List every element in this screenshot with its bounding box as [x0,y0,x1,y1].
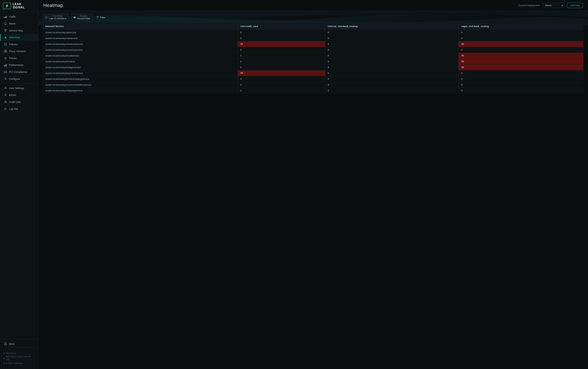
content-area: Time Range Last 15 minutes ▾ Grouping In… [38,11,588,369]
sidebar-item-alerts[interactable]: Alerts [0,20,38,27]
time-range-label: Time Range [49,15,66,17]
sidebar-item-docs[interactable]: Docs [0,340,38,347]
table-header: Inbound Service chd-credit_card internal… [43,23,584,30]
table-row: cluster.local/wesley/emailservice0675 [43,53,584,59]
cell-col1: 0 [238,88,325,94]
svg-point-27 [5,101,6,102]
grouping-content: Grouping Inbound Data [77,15,90,20]
time-range-content: Time Range Last 15 minutes ▾ [49,15,66,20]
service-map-icon [4,29,7,32]
copyright-item: ⊙ © 2024 LeakSignal [3,361,35,365]
configure-icon [4,77,7,81]
svg-rect-0 [4,17,5,18]
pci-compliance-icon [4,70,7,74]
sidebar-item-label: User Settings [9,87,24,90]
deployment-select-wrapper[interactable]: Demo [543,3,565,8]
cell-col2: 0 [325,35,459,41]
sidebar-item-invite-user[interactable]: Invite User [0,99,38,105]
table-row: cluster.local/wesley/shippingservice000 [43,88,584,94]
cell-col3: 75 [459,41,584,47]
sidebar-item-performance[interactable]: Performance [0,62,38,69]
cell-service: cluster.local/wesley/currencyservice [43,47,238,53]
sidebar-item-admin[interactable]: Admin [0,92,38,99]
nav-section: Traffic Alerts Service Map Heat Map [0,12,38,338]
add-new-button[interactable]: Add New [567,3,583,8]
logo-icon: ⚡ [3,2,11,9]
sidebar-item-log-out[interactable]: Log Out [0,105,38,112]
cell-service: cluster.local/wesley/frontend [43,59,238,64]
cell-col3: 0 [459,82,584,88]
sidebar-item-pci-compliance[interactable]: PCI Compliance [0,69,38,75]
page-title: Heatmap [43,2,63,8]
copyright-text: © 2024 LeakSignal [6,362,23,365]
heatmap-table: Inbound Service chd-credit_card internal… [42,23,584,94]
sidebar-item-traffic[interactable]: Traffic [0,13,38,20]
cell-col1: 0 [238,76,325,82]
svg-rect-2 [6,16,7,18]
cell-col2: 6 [325,64,459,70]
cell-service: cluster.local/wesley/productcatalogservi… [43,76,238,82]
log-out-icon [4,107,7,111]
user-settings-icon [4,87,7,90]
app-router-label: App Router [6,352,16,355]
sidebar-item-label: Proxy Versions [9,50,26,53]
cell-col2: 6 [325,53,459,59]
clock-icon [45,16,48,19]
cell-col1: 0 [238,82,325,88]
sidebar: ⚡ LEAK SIGNAL Traffic Alerts Service Map [0,0,38,369]
sidebar-bottom: ⊙ App Router ⊙ Built Aug 19, 2024, 9:29 … [0,347,38,369]
filter-icon [96,16,99,19]
cell-service: cluster.local/wesley/loadgenerator [43,64,238,70]
cell-col1: 75 [238,41,325,47]
sidebar-item-heat-map[interactable]: Heat Map [0,34,38,41]
app-router-item: ⊙ App Router [3,351,35,355]
sidebar-item-label: Traces [9,57,17,60]
cell-col3: 0 [459,70,584,76]
cell-service: cluster.local/wesley/paymentservice [43,70,238,76]
traffic-icon [4,15,7,18]
svg-rect-6 [5,31,6,32]
sidebar-item-proxy-versions[interactable]: Proxy Versions [0,48,38,55]
table-row: cluster.local/wesley/productcatalogservi… [43,76,584,82]
logo-area: ⚡ LEAK SIGNAL [0,0,38,12]
sidebar-item-label: Invite User [9,101,21,103]
col-header-chd-credit: chd-credit_card [238,23,325,30]
docs-label: Docs [9,342,15,345]
grouping-button[interactable]: Grouping Inbound Data [71,14,92,21]
sidebar-item-service-map[interactable]: Service Map [0,27,38,34]
filter-button[interactable]: Filter [95,15,107,20]
cell-col3: 0 [459,30,584,35]
cell-col2: 0 [325,47,459,53]
col-header-internal-chd: internal_chd-bank_routing [325,23,459,30]
cell-col2: 0 [325,82,459,88]
svg-point-25 [5,87,6,88]
traces-icon [4,57,7,60]
sidebar-item-traces[interactable]: Traces [0,55,38,62]
grouping-label: Grouping [77,15,90,17]
build-icon: ⊙ [3,357,5,360]
sidebar-item-label: Alerts [9,22,15,25]
sidebar-item-policies[interactable]: Policies [0,41,38,48]
nav-divider [0,83,38,84]
logo-leak: LEAK [13,2,25,6]
cell-col1: 0 [238,64,325,70]
cell-col3: 0 [459,47,584,53]
sidebar-item-user-settings[interactable]: User Settings [0,85,38,92]
sidebar-item-configure[interactable]: Configure [0,75,38,82]
cell-service: cluster.local/wesley/cartservice [43,35,238,41]
sidebar-item-label: Log Out [9,107,18,110]
cell-col1: 0 [238,30,325,35]
header: Heatmap Current Deployment: Demo Add New [38,0,588,11]
grouping-dot-icon [74,16,76,19]
svg-point-24 [5,79,6,79]
cell-col3: 75 [459,53,584,59]
cell-col3: 0 [459,35,584,41]
time-range-button[interactable]: Time Range Last 15 minutes ▾ [42,14,69,21]
svg-rect-21 [4,71,7,73]
deployment-select[interactable]: Demo [543,3,565,8]
build-info-text: Built Aug 19, 2024, 9:29 PM UTC [6,355,35,361]
performance-icon [4,63,7,67]
copyright-icon: ⊙ [3,361,5,365]
svg-rect-16 [6,51,7,52]
cell-col1: 0 [238,59,325,64]
